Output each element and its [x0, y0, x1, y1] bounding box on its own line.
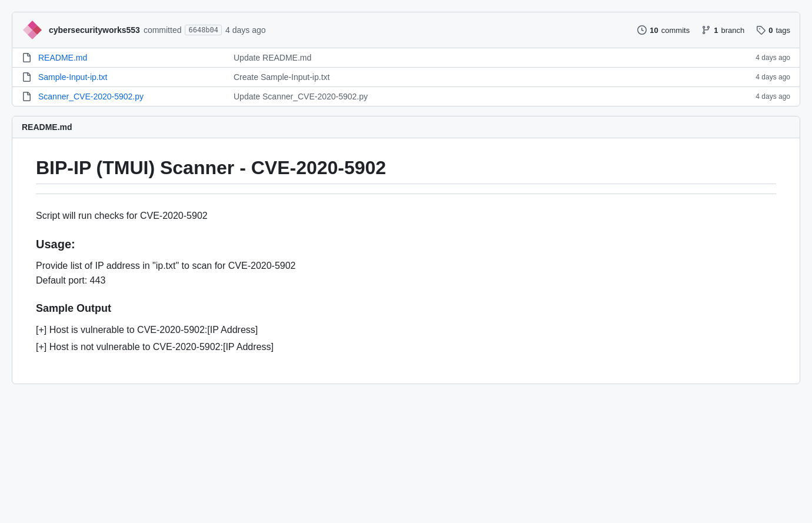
branches-stat[interactable]: 1 branch: [701, 25, 744, 35]
commit-hash[interactable]: 6648b04: [185, 25, 222, 35]
file-name-1[interactable]: Sample-Input-ip.txt: [38, 72, 227, 82]
tags-stat[interactable]: 0 tags: [756, 25, 790, 35]
readme-header: README.md: [12, 116, 800, 138]
file-commit-0: Update README.md: [234, 53, 724, 62]
file-time-1: 4 days ago: [731, 73, 790, 81]
file-list-box: cybersecurityworks553 committed 6648b04 …: [12, 12, 800, 106]
file-name-0[interactable]: README.md: [38, 53, 227, 62]
readme-sample-output-label: Sample Output: [36, 302, 776, 315]
file-icon: [22, 72, 31, 82]
readme-sample-text: [+] Host is vulnerable to CVE-2020-5902:…: [36, 322, 776, 356]
clock-icon: [637, 25, 647, 35]
file-commit-1: Create Sample-Input-ip.txt: [234, 72, 724, 82]
commit-author[interactable]: cybersecurityworks553: [49, 25, 140, 35]
readme-sample-line1: [+] Host is vulnerable to CVE-2020-5902:…: [36, 322, 776, 339]
readme-usage-line2: Default port: 443: [36, 273, 776, 288]
readme-usage-line1: Provide list of IP address in "ip.txt" t…: [36, 258, 776, 274]
readme-usage-text: Provide list of IP address in "ip.txt" t…: [36, 258, 776, 288]
readme-description: Script will run checks for CVE-2020-5902: [36, 208, 776, 224]
file-time-2: 4 days ago: [731, 92, 790, 101]
tag-icon: [756, 25, 766, 35]
file-commit-2: Update Scanner_CVE-2020-5902.py: [234, 92, 724, 101]
branches-count: 1: [714, 26, 718, 35]
file-row: Scanner_CVE-2020-5902.py Update Scanner_…: [12, 87, 800, 106]
commits-stat[interactable]: 10 commits: [637, 25, 690, 35]
branches-label: branch: [721, 26, 744, 35]
commit-header: cybersecurityworks553 committed 6648b04 …: [12, 12, 800, 48]
file-icon: [22, 53, 31, 62]
commit-stats: 10 commits 1 branch: [637, 25, 790, 35]
file-name-2[interactable]: Scanner_CVE-2020-5902.py: [38, 92, 227, 101]
readme-body: BIP-IP (TMUI) Scanner - CVE-2020-5902 Sc…: [12, 138, 800, 384]
readme-usage-label: Usage:: [36, 238, 776, 251]
tags-label: tags: [776, 26, 790, 35]
readme-title: BIP-IP (TMUI) Scanner - CVE-2020-5902: [36, 157, 776, 184]
repo-container: cybersecurityworks553 committed 6648b04 …: [12, 12, 800, 384]
file-time-0: 4 days ago: [731, 54, 790, 62]
readme-sample-line2: [+] Host is not vulnerable to CVE-2020-5…: [36, 339, 776, 356]
readme-box: README.md BIP-IP (TMUI) Scanner - CVE-20…: [12, 116, 800, 384]
commits-label: commits: [661, 26, 690, 35]
readme-divider: [36, 194, 776, 194]
commit-info: cybersecurityworks553 committed 6648b04 …: [49, 25, 266, 35]
file-icon: [22, 92, 31, 101]
file-row: README.md Update README.md 4 days ago: [12, 48, 800, 68]
commit-age: 4 days ago: [225, 25, 266, 35]
commits-count: 10: [650, 26, 658, 35]
file-row: Sample-Input-ip.txt Create Sample-Input-…: [12, 68, 800, 87]
commit-text: committed: [144, 25, 182, 35]
file-list: README.md Update README.md 4 days ago Sa…: [12, 48, 800, 106]
commit-left: cybersecurityworks553 committed 6648b04 …: [22, 19, 266, 41]
tags-count: 0: [768, 26, 773, 35]
branch-icon: [701, 25, 711, 35]
avatar: [22, 19, 43, 41]
